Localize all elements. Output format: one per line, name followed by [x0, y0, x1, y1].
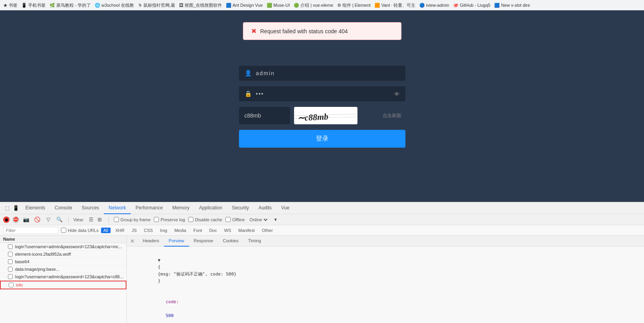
record-button[interactable]: ⏺ [3, 217, 10, 223]
network-item-checkbox-login2[interactable] [8, 274, 13, 279]
filter-all-btn[interactable]: All [101, 228, 111, 233]
filter-bar: Hide data URLs All XHR JS CSS Img Media … [0, 225, 644, 236]
bookmark-antd[interactable]: 🟦 Ant Design Vue [226, 3, 262, 8]
password-input[interactable] [256, 91, 390, 97]
tab-audits[interactable]: Audits [254, 202, 276, 214]
throttle-select[interactable]: Online [248, 217, 269, 222]
username-input[interactable] [256, 70, 400, 76]
preserve-log-checkbox[interactable] [154, 217, 159, 222]
filter-font-btn[interactable]: Font [191, 228, 204, 233]
bookmark-mobile[interactable]: 📱 手机书签 [21, 2, 46, 8]
network-item-checkbox-base64[interactable] [8, 259, 13, 264]
network-item-info[interactable]: info [0, 281, 126, 289]
tab-performance[interactable]: Performance [131, 202, 168, 214]
captcha-input-wrapper [239, 107, 290, 124]
network-item-checkbox-login1[interactable] [8, 244, 13, 249]
bookmark-github[interactable]: 🐙 GitHub - Liugq5 [453, 3, 490, 8]
detail-tabs: ✕ Headers Preview Response Cookies Timin… [127, 236, 644, 247]
bookmark-cutout[interactable]: 🖼 抠图_在线抠图软件 [179, 2, 222, 8]
search-icon[interactable]: 🔍 [55, 216, 63, 224]
detail-tab-cookies[interactable]: Cookies [218, 236, 243, 247]
json-collapse-icon[interactable]: ▼ [158, 258, 161, 263]
filter-ws-btn[interactable]: WS [222, 228, 233, 233]
network-item-woff[interactable]: element-icons.2fad952a.woff [0, 251, 126, 258]
tab-security[interactable]: Security [227, 202, 254, 214]
offline-label[interactable]: Offline [225, 217, 245, 222]
filter-icon[interactable]: ▽ [44, 216, 52, 224]
bookmark-mouse[interactable]: 🖱 鼠标指针官网,最 [138, 2, 175, 8]
filter-doc-btn[interactable]: Doc [207, 228, 220, 233]
page-main: ✖ Request failed with status code 404 👤 … [0, 10, 644, 202]
bookmark-iview[interactable]: 🔵 iview-admin [419, 3, 449, 8]
view-label: View: [73, 217, 84, 222]
network-item-login1[interactable]: login?username=admin&password=123&captch… [0, 243, 126, 251]
disable-cache-label[interactable]: Disable cache [188, 217, 222, 222]
filter-css-btn[interactable]: CSS [141, 228, 155, 233]
filter-input[interactable] [3, 227, 59, 234]
tab-vue[interactable]: Vue [277, 202, 294, 214]
error-alert: ✖ Request failed with status code 404 [243, 22, 401, 40]
user-icon: 👤 [245, 70, 252, 77]
eye-icon[interactable]: 👁 [394, 91, 400, 97]
tab-elements[interactable]: Elements [21, 202, 50, 214]
captcha-image[interactable]: ∼c88mb [294, 107, 357, 124]
preserve-log-label[interactable]: Preserve log [154, 217, 185, 222]
tab-application[interactable]: Application [194, 202, 227, 214]
filter-other-btn[interactable]: Other [260, 228, 275, 233]
network-item-checkbox-dataimage[interactable] [8, 267, 13, 272]
network-list: Name login?username=admin&password=123&c… [0, 236, 127, 323]
filter-xhr-btn[interactable]: XHR [113, 228, 127, 233]
error-message-text: Request failed with status code 404 [260, 28, 348, 34]
clear-icon[interactable]: 🚫 [33, 216, 41, 224]
login-button[interactable]: 登录 [239, 130, 405, 148]
bookmark-muse[interactable]: 🟩 Muse-UI [267, 3, 290, 8]
hide-data-urls-label[interactable]: Hide data URLs [61, 228, 99, 233]
detail-tab-headers[interactable]: Headers [138, 236, 164, 247]
separator-2 [109, 217, 109, 223]
tree-view-icon[interactable]: ⊞ [96, 216, 104, 224]
json-root-line: ▼ { {msg: "验证码不正确", code: 500} } [132, 250, 639, 292]
network-item-base64[interactable]: base64 [0, 258, 126, 266]
detail-tab-timing[interactable]: Timing [243, 236, 266, 247]
camera-icon[interactable]: 📷 [22, 216, 30, 224]
group-by-frame-label[interactable]: Group by frame [114, 217, 151, 222]
bookmark-element[interactable]: ⚙ 组件 | Element [337, 2, 371, 8]
separator-1 [68, 217, 69, 223]
tab-memory[interactable]: Memory [168, 202, 194, 214]
captcha-input[interactable] [245, 112, 285, 119]
detail-tab-response[interactable]: Response [189, 236, 218, 247]
bookmark-runoob[interactable]: 🌿 菜鸟教程 - 学的了 [50, 2, 91, 8]
more-options-icon[interactable]: ▾ [272, 216, 280, 224]
network-item-checkbox-info[interactable] [9, 283, 13, 287]
bookmarks-bar: ★ 书签 📱 手机书签 🌿 菜鸟教程 - 学的了 🌐 w3school 在线教 … [0, 0, 644, 10]
network-item-dataimage[interactable]: data:image/png:base... [0, 266, 126, 273]
group-by-frame-checkbox[interactable] [114, 217, 119, 222]
detail-tab-preview[interactable]: Preview [164, 236, 189, 247]
device-toolbar-icon[interactable]: 📱 [12, 204, 20, 212]
svg-text:∼c88mb: ∼c88mb [297, 112, 329, 123]
filter-js-btn[interactable]: JS [129, 228, 139, 233]
bookmark-vant[interactable]: 🟧 Vant · 轻量、可主 [375, 2, 415, 8]
bookmark-vue-ele[interactable]: 🟢 介绍 | vue-eleme [294, 2, 333, 8]
offline-checkbox[interactable] [225, 217, 231, 222]
stop-button[interactable]: ⛔ [13, 217, 19, 223]
disable-cache-checkbox[interactable] [188, 217, 193, 222]
filter-media-btn[interactable]: Media [172, 228, 189, 233]
tab-sources[interactable]: Sources [77, 202, 104, 214]
bookmark-w3school[interactable]: 🌐 w3school 在线教 [95, 2, 134, 8]
request-detail: ✕ Headers Preview Response Cookies Timin… [127, 236, 644, 323]
list-view-icon[interactable]: ☰ [87, 216, 95, 224]
bookmark-vslot[interactable]: 🟦 New v-slot dire [494, 3, 530, 8]
inspect-element-icon[interactable]: ⬚ [3, 204, 11, 212]
refresh-captcha-text[interactable]: 点击刷新 [361, 107, 405, 124]
network-item-login2[interactable]: login?username=admin&password=123&captch… [0, 273, 126, 281]
tab-console[interactable]: Console [50, 202, 77, 214]
close-detail-icon[interactable]: ✕ [127, 238, 138, 244]
hide-data-urls-checkbox[interactable] [61, 228, 66, 233]
filter-manifest-btn[interactable]: Manifest [236, 228, 257, 233]
network-item-checkbox-woff[interactable] [8, 252, 13, 256]
preview-content: ▼ { {msg: "验证码不正确", code: 500} } code: 5… [127, 247, 644, 323]
tab-network[interactable]: Network [104, 202, 131, 214]
bookmark-star[interactable]: ★ 书签 [3, 2, 17, 8]
filter-img-btn[interactable]: Img [158, 228, 170, 233]
